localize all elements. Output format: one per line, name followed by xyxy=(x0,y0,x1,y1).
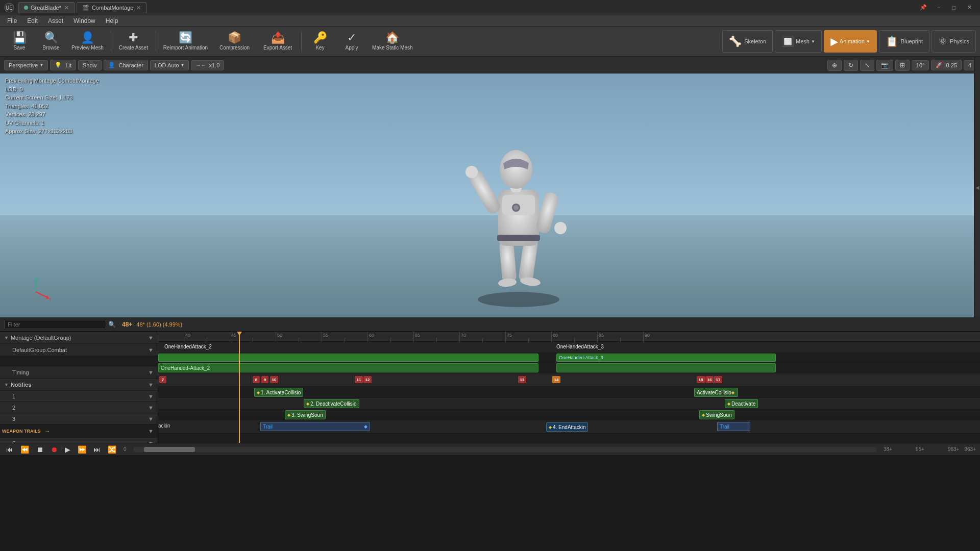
transport-play[interactable]: ▶ xyxy=(63,444,72,455)
bottom-mark-38: 38+ xyxy=(884,446,892,452)
mesh-mode-tab[interactable]: 🔲 Mesh ▼ xyxy=(775,30,822,53)
show-button[interactable]: Show xyxy=(78,60,102,70)
trail-clip-1[interactable]: Trail ◆ xyxy=(260,422,370,431)
playhead[interactable] xyxy=(239,332,240,443)
track-notify-3[interactable]: 3 ▼ xyxy=(0,413,158,424)
skeleton-mode-tab[interactable]: 🦴 Skeleton xyxy=(722,30,773,53)
track-row-anim-bottom[interactable]: OneHanded-Attack_2 xyxy=(158,362,980,373)
track-notify-1[interactable]: 1 ▼ xyxy=(0,391,158,402)
zoom-button[interactable]: →← x1.0 xyxy=(191,60,224,70)
export-asset-button[interactable]: 📤 Export Asset xyxy=(257,28,298,55)
tab-combatmontage[interactable]: 🎬 CombatMontage ✕ xyxy=(77,2,146,13)
physics-mode-tab[interactable]: ⚛ Physics xyxy=(932,30,976,53)
notify-3-options[interactable]: ▼ xyxy=(148,416,154,422)
frame-number-badge: 48+ xyxy=(122,321,132,328)
info-approx-size: Approx Size: 277x132x283 xyxy=(5,127,99,136)
track-labels: ▼ Montage (DefaultGroup) ▼ DefaultGroup.… xyxy=(0,332,158,443)
trail-clip-2[interactable]: Trail xyxy=(717,422,750,431)
ruler-sub-1 xyxy=(207,338,208,342)
window-maximize[interactable]: □ xyxy=(947,3,961,13)
timeline: 🔍 48+ 48* (1.60) (4.99%) ▼ Montage (Defa… xyxy=(0,317,980,455)
notify-deactivate-collision-2[interactable]: ◆ Deactivate xyxy=(725,399,758,408)
lit-button[interactable]: 💡 Lit xyxy=(50,60,76,70)
menu-edit[interactable]: Edit xyxy=(22,16,43,26)
apply-button[interactable]: ✓ Apply xyxy=(336,28,367,55)
camera-button[interactable]: 📷 xyxy=(876,60,893,71)
wireframe-button[interactable]: ⊞ xyxy=(895,60,910,71)
rotate-button[interactable]: ↻ xyxy=(844,60,858,71)
transport-stop[interactable]: ⏹ xyxy=(34,444,45,455)
notify-2-options[interactable]: ▼ xyxy=(148,405,154,411)
track-notifies-header[interactable]: ▼ Notifies ▼ xyxy=(0,379,158,391)
tab-combatmontage-close[interactable]: ✕ xyxy=(136,5,141,11)
track-defaultgroup[interactable]: DefaultGroup.Combat ▼ xyxy=(0,344,158,356)
timeline-scroll-thumb[interactable] xyxy=(144,447,195,452)
physics-label: Physics xyxy=(950,38,969,44)
track-weapon-trails[interactable]: WEAPON TRAILS → ▼ xyxy=(0,424,158,438)
anim-clip-onehanded-attack2-bottom[interactable]: OneHanded-Attack_2 xyxy=(158,363,538,372)
window-minimize[interactable]: − xyxy=(932,3,945,13)
save-button[interactable]: 💾 Save xyxy=(4,28,35,55)
notify-activate-collision-1[interactable]: ◆ 1. ActivateCollisio xyxy=(254,388,303,397)
scale-button[interactable]: ⤡ xyxy=(860,60,874,71)
timeline-body: ▼ Montage (DefaultGroup) ▼ DefaultGroup.… xyxy=(0,332,980,443)
track-notify-2[interactable]: 2 ▼ xyxy=(0,402,158,413)
track-timing[interactable]: Timing ▼ xyxy=(0,366,158,379)
preview-mesh-button[interactable]: 👤 Preview Mesh xyxy=(67,28,108,55)
perspective-button[interactable]: Perspective ▼ xyxy=(4,60,48,70)
menu-help[interactable]: Help xyxy=(101,16,124,26)
notify-deactivate-collision-1[interactable]: ◆ 2. DeactivateCollisio xyxy=(304,399,359,408)
anim-clip-onehanded-attack3-bottom[interactable] xyxy=(556,363,776,372)
track-notify-5[interactable]: 5 ▼ xyxy=(0,438,158,443)
key-button[interactable]: 🔑 Key xyxy=(305,28,335,55)
timeline-scrollbar[interactable] xyxy=(134,447,876,452)
lod-button[interactable]: LOD Auto ▼ xyxy=(150,60,189,70)
track-montage-header[interactable]: ▼ Montage (DefaultGroup) ▼ xyxy=(0,332,158,344)
camera-speed-button[interactable]: 🚀 0.25 xyxy=(931,60,961,70)
create-asset-button[interactable]: ✚ Create Asset xyxy=(114,28,153,55)
tab-greatblade-close[interactable]: ✕ xyxy=(64,5,69,11)
animation-mode-tab[interactable]: ▶ Animation ▼ xyxy=(824,30,877,53)
browse-button[interactable]: 🔍 Browse xyxy=(36,28,66,55)
transport-skip-end[interactable]: ⏭ xyxy=(91,444,103,455)
notify-swingsound-2[interactable]: ◆ SwingSoun xyxy=(699,410,734,419)
defaultgroup-options[interactable]: ▼ xyxy=(148,347,154,353)
make-static-mesh-button[interactable]: 🏠 Make Static Mesh xyxy=(368,28,416,55)
menu-window[interactable]: Window xyxy=(68,16,101,26)
notify-1-options[interactable]: ▼ xyxy=(148,393,154,399)
window-close[interactable]: ✕ xyxy=(963,3,976,13)
apply-icon: ✓ xyxy=(347,32,356,43)
timing-options[interactable]: ▼ xyxy=(148,369,154,375)
menu-asset[interactable]: Asset xyxy=(43,16,68,26)
ruler-sub-6 xyxy=(436,338,438,342)
viewport-right-panel[interactable]: ◀ xyxy=(974,57,980,317)
grid-size-button[interactable]: 10° xyxy=(912,60,929,70)
compression-button[interactable]: 📦 Compression xyxy=(213,28,256,55)
notify-activate-collision-2[interactable]: ActivateCollisio ◆ xyxy=(694,388,738,397)
character-button[interactable]: 👤 Character xyxy=(104,60,148,70)
notifies-options[interactable]: ▼ xyxy=(148,382,154,388)
reimport-button[interactable]: 🔄 Reimport Animation xyxy=(159,28,212,55)
notify-swingsound-1[interactable]: ◆ 3. SwingSoun xyxy=(285,410,326,419)
track-content-area[interactable]: 40 45 50 55 60 65 70 75 80 85 90 xyxy=(158,332,980,443)
transport-prev-frame[interactable]: ⏪ xyxy=(18,444,31,455)
notifies-expand-icon[interactable]: ▼ xyxy=(4,382,9,387)
window-pin[interactable]: 📌 xyxy=(917,3,930,13)
track-row-anim-top[interactable]: OneHanded-Attack_3 xyxy=(158,353,980,362)
transport-record[interactable]: ⏺ xyxy=(48,444,60,455)
transform-button[interactable]: ⊕ xyxy=(827,60,842,71)
notify-endattackin[interactable]: ◆ 4. EndAttackin xyxy=(546,422,588,432)
filter-input[interactable] xyxy=(4,320,106,329)
transport-next-frame[interactable]: ⏩ xyxy=(76,444,88,455)
anim-clip-onehandedattack3-top[interactable]: OneHanded-Attack_3 xyxy=(556,354,776,362)
transport-loop[interactable]: 🔀 xyxy=(106,444,118,455)
anim-clip-onehandedattack2-top[interactable] xyxy=(158,354,538,362)
trails-options[interactable]: ▼ xyxy=(148,428,154,434)
montage-options-icon[interactable]: ▼ xyxy=(148,335,154,341)
menu-file[interactable]: File xyxy=(2,16,22,26)
tab-greatblade[interactable]: GreatBlade* ✕ xyxy=(18,2,75,13)
blueprint-mode-tab[interactable]: 📋 Blueprint xyxy=(879,30,929,53)
ruler-40: 40 xyxy=(184,332,190,342)
transport-skip-start[interactable]: ⏮ xyxy=(4,444,15,455)
montage-expand-icon[interactable]: ▼ xyxy=(4,335,9,340)
